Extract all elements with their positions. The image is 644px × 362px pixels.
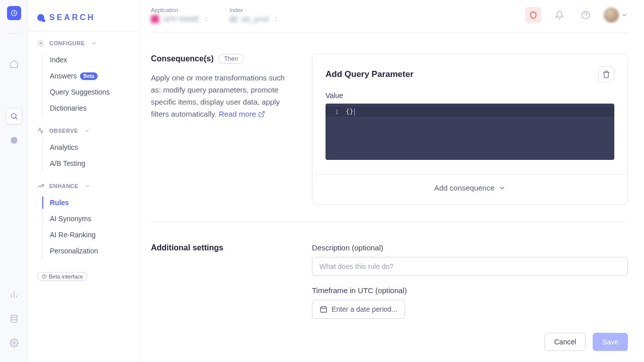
description-input[interactable] [312,257,628,276]
avatar [604,8,619,23]
chart-icon[interactable] [6,287,22,303]
sidebar-item-ai-reranking[interactable]: AI Re-Ranking [43,227,140,243]
delete-button[interactable] [598,66,614,82]
gear-icon[interactable] [6,335,22,351]
icon-rail [0,0,28,362]
group-observe[interactable]: OBSERVE [28,127,140,139]
group-enhance[interactable]: ENHANCE [28,183,140,195]
main: Application APP NAME Index idx_prod [141,0,644,362]
save-button[interactable]: Save [593,333,628,351]
sidebar: SEARCH CONFIGURE Index AnswersBeta Query… [28,0,141,362]
help-icon[interactable] [578,7,594,23]
chevron-down-icon [85,183,91,189]
svg-rect-10 [320,307,327,312]
calendar-icon [319,305,328,313]
index-icon [229,15,237,23]
shield-alert-icon[interactable] [525,7,541,23]
group-configure[interactable]: CONFIGURE [28,40,140,52]
gear-icon [37,40,44,47]
selector-icon [273,15,279,23]
group-label: ENHANCE [49,183,78,189]
sidebar-item-answers[interactable]: AnswersBeta [43,68,140,84]
code-editor[interactable]: 1 {} [326,104,614,160]
search-icon [37,14,44,21]
svg-point-2 [11,137,17,143]
activity-icon [37,127,44,134]
sidebar-item-dictionaries[interactable]: Dictionaries [43,100,140,116]
chevron-down-icon [84,128,90,134]
user-menu[interactable] [604,8,628,23]
description-label: Description (optional) [312,243,628,252]
sidebar-item-query-suggestions[interactable]: Query Suggestions [43,84,140,100]
read-more-link[interactable]: Read more [219,108,265,120]
group-label: CONFIGURE [49,40,85,46]
sidebar-item-rules[interactable]: Rules [43,195,140,211]
sidebar-item-ab-testing[interactable]: A/B Testing [43,155,140,171]
chevron-down-icon [91,40,97,46]
section-title: Consequence(s) Then [151,54,244,64]
section-title: Additional settings [151,243,223,252]
sidebar-item-personalization[interactable]: Personalization [43,243,140,259]
additional-settings-section: Additional settings Description (optiona… [151,222,628,346]
search-product-icon[interactable] [6,108,22,124]
svg-rect-7 [230,17,236,19]
section-description: Apply one or more transformations such a… [151,72,292,120]
svg-rect-8 [230,20,236,22]
app-selector[interactable]: Application APP NAME [151,7,209,23]
footer-actions: Cancel Save [544,333,628,351]
home-icon[interactable] [6,56,22,72]
cancel-button[interactable]: Cancel [544,333,586,351]
bell-icon[interactable] [551,7,568,23]
svg-point-4 [13,342,15,344]
sidebar-item-ai-synonyms[interactable]: AI Synonyms [43,211,140,227]
beta-interface-chip[interactable]: Beta interface [37,272,88,281]
group-label: OBSERVE [49,128,78,134]
external-link-icon [258,111,265,118]
chevron-down-icon [621,12,628,19]
index-selector[interactable]: Index idx_prod [229,7,279,23]
timeframe-label: Timeframe in UTC (optional) [312,286,628,295]
chevron-down-icon [499,185,506,192]
value-label: Value [326,92,614,100]
brand-logo-icon[interactable] [7,6,21,20]
consequence-section: Consequence(s) Then Apply one or more tr… [151,33,628,222]
tip-icon[interactable] [6,132,22,148]
svg-point-5 [40,42,42,44]
timeframe-button[interactable]: Enter a date period... [312,300,405,319]
selector-icon [203,15,209,23]
sidebar-item-analytics[interactable]: Analytics [43,139,140,155]
add-consequence-button[interactable]: Add consequence [326,174,614,192]
svg-point-3 [11,315,17,318]
database-icon[interactable] [6,311,22,327]
consequence-card: Add Query Parameter Value 1 {} Add conse… [312,54,628,205]
sidebar-item-index[interactable]: Index [43,52,140,68]
beta-badge: Beta [80,72,98,80]
brand-name: SEARCH [49,13,96,22]
card-title: Add Query Parameter [326,69,414,79]
product-title: SEARCH [28,0,140,32]
trend-icon [37,183,44,190]
then-pill: Then [218,54,243,64]
line-number: 1 [326,108,343,116]
topbar: Application APP NAME Index idx_prod [141,0,644,30]
trash-icon [602,70,610,78]
clock-icon [42,274,47,279]
